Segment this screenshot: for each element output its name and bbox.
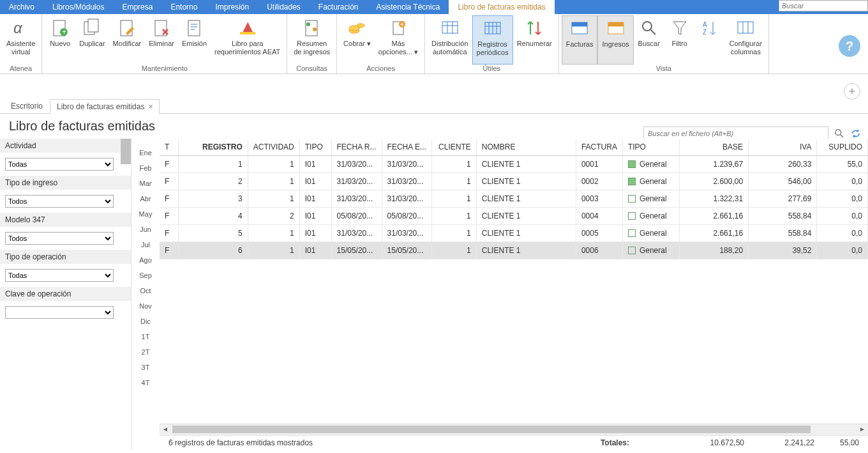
eliminar-button[interactable]: Eliminar bbox=[145, 15, 178, 65]
buscar-label: Buscar bbox=[638, 40, 660, 48]
month-jun[interactable]: Jun bbox=[131, 222, 160, 237]
mas-opciones-button[interactable]: Másopciones... ▾ bbox=[375, 15, 422, 65]
total-base: 10.672,50 bbox=[674, 438, 744, 447]
ingresos-button[interactable]: Ingresos bbox=[597, 15, 633, 65]
table-row[interactable]: F51I0131/03/20...31/03/20...1CLIENTE 100… bbox=[160, 225, 868, 242]
month-4t[interactable]: 4T bbox=[131, 375, 160, 390]
table-row[interactable]: F61I0115/05/20...15/05/20...1CLIENTE 100… bbox=[160, 242, 868, 259]
col-header[interactable]: FECHA R... bbox=[331, 139, 382, 156]
add-tab-button[interactable]: + bbox=[844, 83, 860, 100]
col-header[interactable]: SUPLIDO bbox=[817, 139, 868, 156]
help-icon[interactable]: ? bbox=[839, 35, 860, 57]
svg-rect-21 bbox=[572, 22, 587, 26]
table-row[interactable]: F31I0131/03/20...31/03/20...1CLIENTE 100… bbox=[160, 190, 868, 208]
close-icon[interactable]: × bbox=[148, 102, 153, 111]
cobrar-icon bbox=[347, 18, 367, 38]
group-label: Mantenimiento bbox=[45, 65, 284, 73]
table-row[interactable]: F21I0131/03/20...31/03/20...1CLIENTE 100… bbox=[160, 173, 868, 190]
duplicar-button[interactable]: Duplicar bbox=[75, 15, 108, 65]
emision-icon bbox=[184, 18, 205, 38]
col-header[interactable]: REGISTRO bbox=[179, 139, 248, 156]
menu-archivo[interactable]: Archivo bbox=[0, 0, 43, 14]
menu-asistencia-t-cnica[interactable]: Asistencia Técnica bbox=[368, 0, 449, 14]
nuevo-button[interactable]: +Nuevo bbox=[45, 15, 75, 65]
menu-facturaci-n[interactable]: Facturación bbox=[310, 0, 368, 14]
col-header[interactable]: BASE bbox=[680, 139, 749, 156]
menu-libro-de-facturas-emitidas[interactable]: Libro de facturas emitidas bbox=[449, 0, 554, 14]
registros-periodicos-button[interactable]: Registrosperiódicos bbox=[472, 15, 513, 65]
filter-clave-de-operaci-n-select[interactable] bbox=[5, 306, 114, 319]
resumen-de-ingresos-button[interactable]: Resumende ingresos bbox=[290, 15, 334, 65]
filter-tipo-de-operaci-n-select[interactable]: Todas bbox=[5, 269, 114, 282]
month-dic[interactable]: Dic bbox=[131, 314, 160, 329]
col-header[interactable]: TIPO bbox=[299, 139, 331, 156]
col-header[interactable]: ACTIVIDAD bbox=[248, 139, 299, 156]
data-grid[interactable]: TREGISTROACTIVIDADTIPOFECHA R...FECHA E.… bbox=[160, 139, 868, 424]
month-feb[interactable]: Feb bbox=[131, 160, 160, 176]
renumerar-button[interactable]: Renumerar bbox=[513, 15, 556, 65]
horizontal-scrollbar[interactable]: ◄ ► bbox=[160, 424, 868, 435]
col-header[interactable]: FACTURA bbox=[576, 139, 622, 156]
menu-entorno[interactable]: Entorno bbox=[161, 0, 206, 14]
svg-rect-9 bbox=[240, 32, 255, 35]
filter-tipo-de-ingreso-select[interactable]: Todos bbox=[5, 195, 114, 208]
col-header[interactable]: T bbox=[160, 139, 179, 156]
search-icon[interactable] bbox=[834, 128, 845, 139]
body: ActividadTodasTipo de ingresoTodosModelo… bbox=[0, 139, 868, 450]
month-mar[interactable]: Mar bbox=[131, 176, 160, 191]
emision-label: Emisión bbox=[182, 40, 207, 48]
distribucion-automatica-button[interactable]: Distribuciónautomática bbox=[428, 15, 472, 65]
filter-label: Clave de operación bbox=[0, 287, 131, 301]
col-header[interactable]: TIPO bbox=[622, 139, 679, 156]
configurar-columnas-button[interactable]: Configurarcolumnas bbox=[726, 15, 766, 65]
table-row[interactable]: F42I0105/08/20...05/08/20...1CLIENTE 100… bbox=[160, 208, 868, 225]
month-abr[interactable]: Abr bbox=[131, 191, 160, 206]
cobrar-button[interactable]: Cobrar ▾ bbox=[340, 15, 375, 65]
menu-impresi-n[interactable]: Impresión bbox=[206, 0, 258, 14]
buscar-button[interactable]: Buscar bbox=[634, 15, 664, 65]
svg-point-12 bbox=[313, 27, 317, 31]
facturas-button[interactable]: Facturas bbox=[562, 15, 598, 65]
month-jul[interactable]: Jul bbox=[131, 237, 160, 252]
month-oct[interactable]: Oct bbox=[131, 283, 160, 298]
month-3t[interactable]: 3T bbox=[131, 360, 160, 375]
svg-rect-23 bbox=[608, 22, 624, 26]
tab-escritorio[interactable]: Escritorio bbox=[4, 98, 50, 113]
refresh-icon[interactable] bbox=[850, 128, 862, 139]
month-1t[interactable]: 1T bbox=[131, 329, 160, 344]
group-label: Consultas bbox=[290, 65, 334, 73]
emision-button[interactable]: Emisión bbox=[178, 15, 211, 65]
asistente-virtual-button[interactable]: αAsistentevirtual bbox=[3, 15, 39, 65]
filter-modelo-347-select[interactable]: Todos bbox=[5, 232, 114, 245]
col-header[interactable]: FECHA E... bbox=[382, 139, 431, 156]
col-header[interactable]: NOMBRE bbox=[476, 139, 576, 156]
menu-utilidades[interactable]: Utilidades bbox=[258, 0, 310, 14]
col-header[interactable]: CLIENTE bbox=[431, 139, 476, 156]
scroll-right-icon[interactable]: ► bbox=[858, 426, 867, 434]
month-ago[interactable]: Ago bbox=[131, 252, 160, 268]
menu-libros-m-dulos[interactable]: Libros/Módulos bbox=[43, 0, 113, 14]
col-header[interactable]: IVA bbox=[749, 139, 817, 156]
asistente-virtual-icon: α bbox=[11, 18, 31, 38]
scrollbar-thumb[interactable] bbox=[121, 139, 131, 164]
month-nov[interactable]: Nov bbox=[131, 298, 160, 314]
svg-point-15 bbox=[357, 24, 364, 27]
libro-para-requerimientos-aeat-button[interactable]: Libro pararequerimientos AEAT bbox=[211, 15, 284, 65]
month-2t[interactable]: 2T bbox=[131, 344, 160, 360]
month-sep[interactable]: Sep bbox=[131, 268, 160, 283]
filter-actividad-select[interactable]: Todas bbox=[5, 158, 114, 171]
menu-empresa[interactable]: Empresa bbox=[113, 0, 161, 14]
scroll-left-icon[interactable]: ◄ bbox=[161, 426, 170, 434]
menu-search-input[interactable] bbox=[779, 0, 868, 12]
modificar-button[interactable]: Modificar bbox=[109, 15, 146, 65]
filtro-button[interactable]: Filtro bbox=[664, 15, 695, 65]
tipo-indicator-icon bbox=[628, 178, 636, 185]
scrollbar-thumb[interactable] bbox=[172, 426, 811, 433]
tipo-indicator-icon bbox=[628, 247, 636, 254]
month-may[interactable]: May bbox=[131, 206, 160, 222]
table-row[interactable]: F11I0131/03/20...31/03/20...1CLIENTE 100… bbox=[160, 156, 868, 173]
tab-libro-de-facturas-emitidas[interactable]: Libro de facturas emitidas× bbox=[50, 99, 160, 114]
month-ene[interactable]: Ene bbox=[131, 145, 160, 160]
ordenar-button[interactable]: AZ bbox=[695, 15, 726, 65]
libro-para-requerimientos-aeat-label: Libro pararequerimientos AEAT bbox=[214, 40, 280, 56]
